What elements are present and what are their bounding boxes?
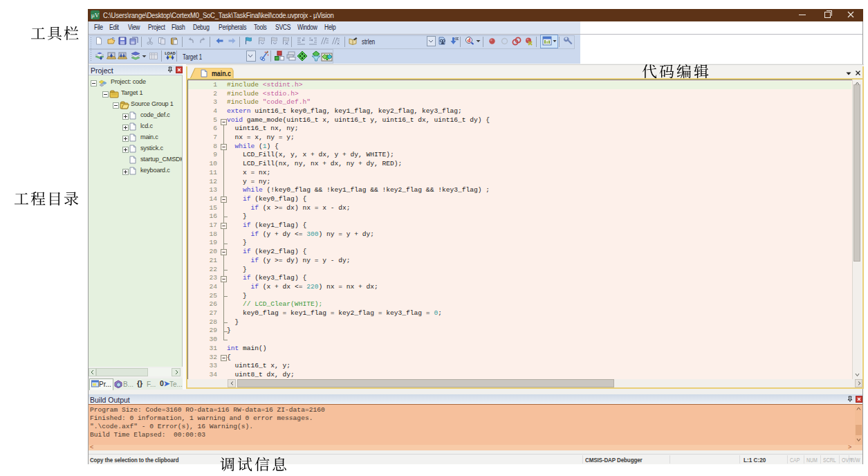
- svg-text:d: d: [468, 37, 471, 44]
- svg-text:LOAD: LOAD: [165, 51, 176, 55]
- svg-text:µV: µV: [91, 12, 100, 19]
